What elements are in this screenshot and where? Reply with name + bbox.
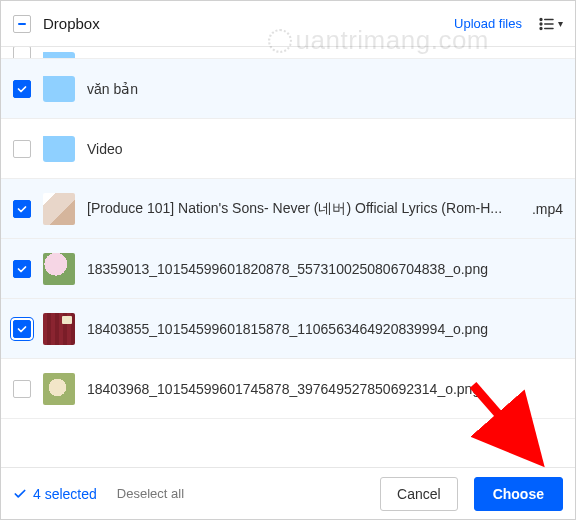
row-checkbox[interactable] [13, 320, 31, 338]
row-checkbox[interactable] [13, 140, 31, 158]
file-thumbnail [43, 313, 75, 345]
file-row[interactable]: 18359013_10154599601820878_5573100250806… [1, 239, 575, 299]
file-thumbnail [43, 373, 75, 405]
svg-point-2 [540, 23, 542, 25]
breadcrumb-title: Dropbox [43, 15, 454, 32]
chevron-down-icon: ▾ [558, 18, 563, 29]
file-ext: .mp4 [528, 201, 563, 217]
folder-icon [43, 52, 75, 59]
file-thumbnail [43, 193, 75, 225]
file-row[interactable]: 18403968_10154599601745878_3976495278506… [1, 359, 575, 419]
row-checkbox[interactable] [13, 380, 31, 398]
row-checkbox[interactable] [13, 260, 31, 278]
file-thumbnail [43, 253, 75, 285]
row-checkbox[interactable] [13, 47, 31, 59]
row-checkbox[interactable] [13, 80, 31, 98]
select-all-checkbox[interactable] [13, 15, 31, 33]
upload-files-link[interactable]: Upload files [454, 16, 522, 31]
file-row[interactable] [1, 47, 575, 59]
file-row[interactable]: 18403855_10154599601815878_1106563464920… [1, 299, 575, 359]
file-name: Video [87, 141, 563, 157]
file-list: văn bảnVideo[Produce 101] Nation's Sons-… [1, 47, 575, 467]
file-name: 18359013_10154599601820878_5573100250806… [87, 261, 563, 277]
view-options-menu[interactable]: ▾ [538, 15, 563, 33]
file-name: 18403855_10154599601815878_1106563464920… [87, 321, 563, 337]
file-name: [Produce 101] Nation's Sons- Never (네버) … [87, 200, 516, 218]
row-checkbox[interactable] [13, 200, 31, 218]
folder-icon [43, 76, 75, 102]
file-row[interactable]: [Produce 101] Nation's Sons- Never (네버) … [1, 179, 575, 239]
file-row[interactable]: văn bản [1, 59, 575, 119]
svg-point-4 [540, 27, 542, 29]
file-name: 18403968_10154599601745878_3976495278506… [87, 381, 563, 397]
cancel-button[interactable]: Cancel [380, 477, 458, 511]
file-name: văn bản [87, 81, 563, 97]
folder-icon [43, 136, 75, 162]
svg-point-0 [540, 18, 542, 20]
deselect-all-link[interactable]: Deselect all [117, 486, 184, 501]
file-row[interactable]: Video [1, 119, 575, 179]
selected-count: 4 selected [13, 486, 97, 502]
choose-button[interactable]: Choose [474, 477, 563, 511]
